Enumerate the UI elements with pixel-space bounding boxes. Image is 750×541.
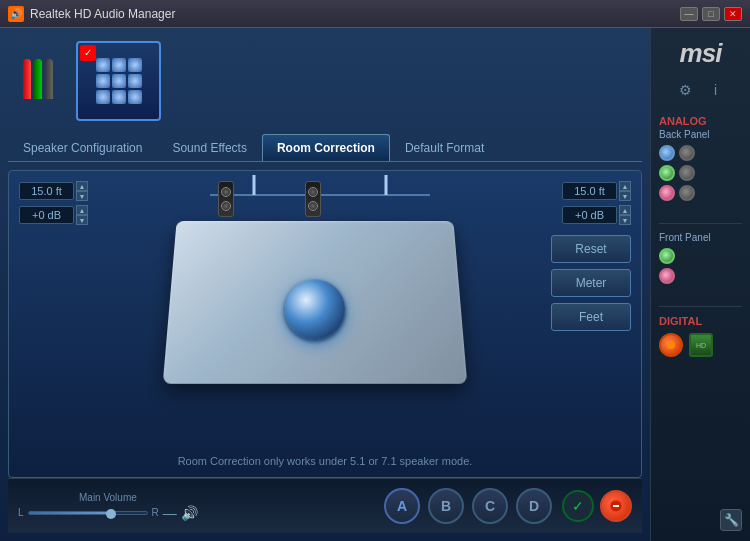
check-buttons: ✓ [562,490,632,522]
right-distance-value: 15.0 ft [562,182,617,200]
sidebar-icon-row: ⚙ i [675,79,727,101]
digital-label: DIGITAL [659,315,742,327]
tab-sound[interactable]: Sound Effects [157,134,262,161]
jack-blue[interactable] [659,145,675,161]
left-db-spinner[interactable]: ▲ ▼ [76,205,88,225]
action-buttons: Reset Meter Feet [551,235,631,331]
x-button[interactable] [600,490,632,522]
right-distance-spinner[interactable]: ▲ ▼ [619,181,631,201]
jack-green [34,59,42,99]
window-title: Realtek HD Audio Manager [30,7,680,21]
tab-speaker[interactable]: Speaker Configuration [8,134,157,161]
left-db-box: +0 dB ▲ ▼ [19,205,99,225]
volume-label: Main Volume [79,492,137,503]
room-note: Room Correction only works under 5.1 or … [19,455,631,467]
device-row [8,36,642,126]
eq-buttons: A B C D [384,488,552,524]
back-panel-jacks-row1 [659,145,742,161]
volume-thumb[interactable] [106,509,116,519]
digital-jacks-row: HD [659,333,742,357]
right-db-down[interactable]: ▼ [619,215,631,225]
jack-green-back[interactable] [659,165,675,181]
jack-pink-front[interactable] [659,268,675,284]
jack-gray3[interactable] [679,185,695,201]
feet-button[interactable]: Feet [551,303,631,331]
eq-btn-a[interactable]: A [384,488,420,524]
jack-gray2[interactable] [679,165,695,181]
device-selected[interactable] [76,41,161,121]
back-panel-jacks-row2 [659,165,742,181]
settings-icon[interactable]: ⚙ [675,79,697,101]
back-panel-jacks-row3 [659,185,742,201]
right-distance-down[interactable]: ▼ [619,191,631,201]
room-controls-row: 15.0 ft ▲ ▼ +0 dB ▲ ▼ [19,181,631,447]
front-panel-jacks-row2 [659,268,742,284]
jack-black [45,59,53,99]
tabs-container: Speaker Configuration Sound Effects Room… [8,134,642,162]
main-container: Speaker Configuration Sound Effects Room… [0,28,750,541]
left-distance-spinner[interactable]: ▲ ▼ [76,181,88,201]
left-speaker [218,181,234,217]
tab-room[interactable]: Room Correction [262,134,390,161]
right-db-up[interactable]: ▲ [619,205,631,215]
bottom-bar: Main Volume L R — 🔊 A B C D [8,478,642,533]
minimize-button[interactable]: — [680,7,698,21]
window-controls: — □ ✕ [680,7,742,21]
back-panel-label: Back Panel [659,129,742,140]
analog-section: ANALOG Back Panel [659,115,742,205]
right-db-value: +0 dB [562,206,617,224]
room-visual [109,181,531,401]
eq-btn-d[interactable]: D [516,488,552,524]
app-icon: 🔊 [8,6,24,22]
info-icon[interactable]: i [705,79,727,101]
right-distance-box: 15.0 ft ▲ ▼ [562,181,631,201]
room-correction-panel: 15.0 ft ▲ ▼ +0 dB ▲ ▼ [8,170,642,478]
eq-btn-b[interactable]: B [428,488,464,524]
title-bar: 🔊 Realtek HD Audio Manager — □ ✕ [0,0,750,28]
vol-l-label: L [18,507,24,518]
msi-logo: msi [680,38,722,69]
eq-btn-c[interactable]: C [472,488,508,524]
jack-red [23,59,31,99]
checkmark-button[interactable]: ✓ [562,490,594,522]
divider2 [659,306,742,307]
optical-jack[interactable] [659,333,683,357]
close-button[interactable]: ✕ [724,7,742,21]
analog-label: ANALOG [659,115,742,127]
front-panel-label: Front Panel [659,232,742,243]
maximize-button[interactable]: □ [702,7,720,21]
left-distance-value: 15.0 ft [19,182,74,200]
listening-ball [284,279,345,339]
vol-r-label: R [152,507,159,518]
tab-format[interactable]: Default Format [390,134,499,161]
right-distance-up[interactable]: ▲ [619,181,631,191]
jack-pink[interactable] [659,185,675,201]
wrench-button[interactable]: 🔧 [720,509,742,531]
hdmi-jack[interactable]: HD [689,333,713,357]
volume-fill [29,512,112,514]
volume-section: Main Volume L R — 🔊 [18,492,198,521]
audio-jacks-icon[interactable] [8,41,68,121]
left-distance-box: 15.0 ft ▲ ▼ [19,181,99,201]
front-panel-jacks-row1 [659,248,742,264]
left-db-down[interactable]: ▼ [76,215,88,225]
jack-green-front[interactable] [659,248,675,264]
volume-slider[interactable] [28,511,148,515]
front-panel-section: Front Panel [659,232,742,288]
divider [659,223,742,224]
digital-section: DIGITAL HD [659,315,742,357]
right-sidebar: msi ⚙ i ANALOG Back Panel Front Pan [650,28,750,541]
left-distance-down[interactable]: ▼ [76,191,88,201]
left-distance-up[interactable]: ▲ [76,181,88,191]
center-speaker [305,181,321,217]
reset-button[interactable]: Reset [551,235,631,263]
left-db-up[interactable]: ▲ [76,205,88,215]
right-db-spinner[interactable]: ▲ ▼ [619,205,631,225]
right-controls: 15.0 ft ▲ ▼ +0 dB ▲ ▼ [551,181,631,225]
right-db-box: +0 dB ▲ ▼ [562,205,631,225]
jack-gray[interactable] [679,145,695,161]
left-db-value: +0 dB [19,206,74,224]
right-slider-thumb[interactable] [385,175,388,195]
meter-button[interactable]: Meter [551,269,631,297]
left-slider-thumb[interactable] [253,175,256,195]
